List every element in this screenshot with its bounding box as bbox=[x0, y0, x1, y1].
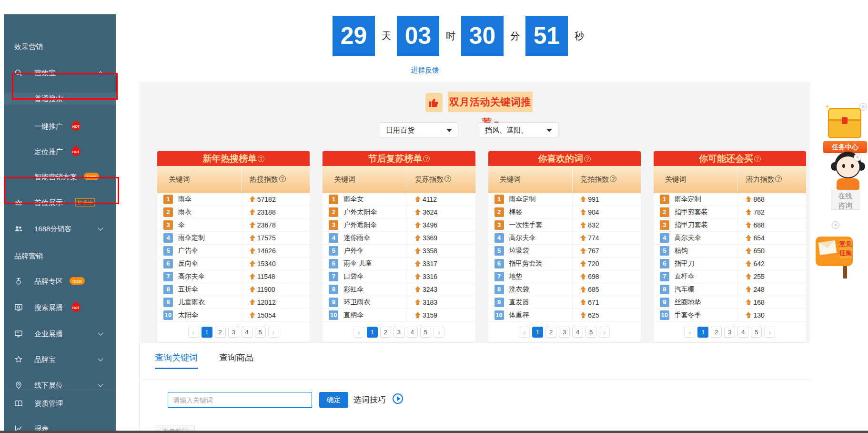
keyword-cell[interactable]: 1 雨伞女 bbox=[323, 193, 407, 206]
keyword-cell[interactable]: 8 洗衣袋 bbox=[488, 283, 573, 296]
pagination-prev[interactable]: ‹ bbox=[519, 327, 530, 338]
keyword-cell[interactable]: 2 棉签 bbox=[488, 206, 573, 218]
pagination-next[interactable]: › bbox=[268, 327, 279, 338]
help-icon[interactable]: ? bbox=[258, 155, 264, 162]
help-icon[interactable]: ? bbox=[279, 175, 286, 182]
pagination-page[interactable]: 3 bbox=[724, 327, 735, 338]
keyword-cell[interactable]: 10 太阳伞 bbox=[157, 309, 242, 321]
pagination-page[interactable]: 1 bbox=[697, 327, 708, 338]
pagination-page[interactable]: 5 bbox=[420, 327, 431, 338]
sidebar-item-sousuo-zhanbo[interactable]: 搜索展播 HOT bbox=[4, 301, 116, 314]
keyword-cell[interactable]: 8 五折伞 bbox=[157, 283, 242, 296]
keyword-cell[interactable]: 4 雨伞定制 bbox=[157, 232, 242, 244]
pagination-page[interactable]: 1 bbox=[202, 327, 212, 338]
help-icon[interactable]: ? bbox=[610, 175, 616, 182]
keyword-cell[interactable]: 5 垃圾袋 bbox=[488, 245, 573, 257]
pagination-next[interactable]: › bbox=[434, 327, 444, 338]
keyword-cell[interactable]: 8 彩虹伞 bbox=[323, 283, 407, 296]
help-icon[interactable]: ? bbox=[584, 155, 591, 162]
help-icon[interactable]: ? bbox=[754, 155, 761, 162]
keyword-cell[interactable]: 9 儿童雨衣 bbox=[157, 296, 242, 309]
keyword-cell[interactable]: 6 反向伞 bbox=[157, 258, 242, 270]
pagination-page[interactable]: 5 bbox=[585, 327, 596, 338]
group-feedback-link[interactable]: 进群反馈 bbox=[411, 66, 439, 75]
keyword-cell[interactable]: 4 迷你雨伞 bbox=[323, 232, 407, 244]
tab-query-keyword[interactable]: 查询关键词 bbox=[155, 352, 198, 363]
keyword-search-input[interactable] bbox=[168, 392, 312, 408]
pagination-page[interactable]: 3 bbox=[559, 327, 570, 338]
keyword-cell[interactable]: 8 汽车棚 bbox=[654, 283, 738, 296]
suggestion-mailbox[interactable]: 意见 征集 bbox=[816, 232, 856, 279]
close-icon[interactable] bbox=[859, 103, 867, 111]
treasure-chest-icon[interactable]: ✦ bbox=[827, 105, 862, 140]
keyword-cell[interactable]: 5 粘钩 bbox=[654, 245, 738, 257]
keyword-cell[interactable]: 1 雨伞定制 bbox=[488, 193, 573, 206]
tab-query-product[interactable]: 查询商品 bbox=[219, 352, 253, 363]
sidebar-item-pinpai-zhuanqu[interactable]: 品牌专区 new bbox=[4, 275, 116, 288]
pagination-next[interactable]: › bbox=[599, 327, 610, 338]
keyword-cell[interactable]: 5 广告伞 bbox=[157, 245, 242, 257]
sidebar-item-pinpaibao[interactable]: 品牌宝 bbox=[4, 353, 116, 366]
pagination-page[interactable]: 4 bbox=[242, 327, 252, 338]
pagination-page[interactable]: 2 bbox=[380, 327, 391, 338]
keyword-cell[interactable]: 1 雨伞 bbox=[157, 193, 242, 206]
keyword-cell[interactable]: 10 手套冬季 bbox=[654, 309, 738, 321]
help-icon[interactable]: ? bbox=[423, 155, 430, 162]
keyword-cell[interactable]: 2 指甲剪套装 bbox=[654, 206, 738, 218]
pagination-page[interactable]: 2 bbox=[545, 327, 556, 338]
sidebar-item-yijian-tuiguang[interactable]: 一键推广 HOT bbox=[4, 120, 116, 133]
category-dropdown[interactable]: 日用百货 bbox=[379, 123, 458, 137]
pagination-prev[interactable]: ‹ bbox=[353, 327, 364, 338]
pagination-page[interactable]: 1 bbox=[367, 327, 378, 338]
confirm-button[interactable]: 确定 bbox=[319, 392, 348, 408]
keyword-cell[interactable]: 9 环卫雨衣 bbox=[323, 296, 407, 309]
keyword-cell[interactable]: 1 雨伞定制 bbox=[654, 193, 738, 206]
keyword-cell[interactable]: 9 丝圈地垫 bbox=[654, 296, 738, 309]
keyword-cell[interactable]: 7 高尔夫伞 bbox=[157, 270, 242, 283]
keyword-cell[interactable]: 6 雨伞 儿童 bbox=[323, 258, 407, 270]
sidebar-item-dingwei-tuiguang[interactable]: 定位推广 HOT bbox=[4, 145, 116, 158]
close-icon[interactable] bbox=[832, 221, 839, 229]
pagination-page[interactable]: 4 bbox=[572, 327, 583, 338]
keyword-cell[interactable]: 9 直发器 bbox=[488, 296, 573, 309]
word-tips-link[interactable]: 选词技巧 bbox=[353, 394, 386, 405]
keyword-cell[interactable]: 7 直杆伞 bbox=[654, 270, 738, 283]
keyword-cell[interactable]: 10 直柄伞 bbox=[323, 309, 407, 321]
promo-title-banner[interactable]: 双月活动关键词推荐 bbox=[448, 92, 533, 112]
help-icon[interactable]: ? bbox=[444, 175, 451, 182]
keyword-cell[interactable]: 4 高尔夫伞 bbox=[654, 232, 738, 244]
keyword-cell[interactable]: 6 指甲刀 bbox=[654, 258, 738, 270]
subcategory-dropdown[interactable]: 挡风、遮阳、 bbox=[478, 123, 558, 137]
keyword-cell[interactable]: 3 一次性手套 bbox=[488, 219, 573, 231]
keyword-cell[interactable]: 2 雨衣 bbox=[157, 206, 242, 218]
pagination-page[interactable]: 5 bbox=[751, 327, 762, 338]
keyword-cell[interactable]: 7 地垫 bbox=[488, 270, 573, 283]
pagination-page[interactable]: 2 bbox=[215, 327, 226, 338]
pagination-page[interactable]: 3 bbox=[228, 327, 239, 338]
sidebar-item-1688-fenxiaoke[interactable]: 1688分销客 bbox=[4, 223, 116, 235]
sidebar-item-qiye-zhanbo[interactable]: 企业展播 bbox=[4, 328, 116, 340]
play-video-icon[interactable] bbox=[393, 393, 403, 404]
pagination-page[interactable]: 4 bbox=[737, 327, 748, 338]
pagination-prev[interactable]: ‹ bbox=[684, 327, 695, 338]
pagination-next[interactable]: › bbox=[764, 327, 775, 338]
keyword-cell[interactable]: 10 体重秤 bbox=[488, 309, 573, 321]
pagination-page[interactable]: 3 bbox=[394, 327, 404, 338]
help-icon[interactable]: ? bbox=[775, 175, 782, 182]
online-consult-button[interactable]: 在线 咨询 bbox=[831, 190, 859, 210]
keyword-cell[interactable]: 3 户外遮阳伞 bbox=[323, 219, 407, 231]
pagination-page[interactable]: 4 bbox=[407, 327, 418, 338]
keyword-cell[interactable]: 3 伞 bbox=[157, 219, 242, 231]
close-icon[interactable] bbox=[854, 154, 861, 161]
keyword-cell[interactable]: 6 指甲剪套装 bbox=[488, 258, 573, 270]
keyword-cell[interactable]: 4 高尔夫伞 bbox=[488, 232, 573, 244]
pagination-page[interactable]: 1 bbox=[532, 327, 543, 338]
pagination-page[interactable]: 2 bbox=[711, 327, 722, 338]
pagination-page[interactable]: 5 bbox=[255, 327, 266, 338]
keyword-cell[interactable]: 2 户外太阳伞 bbox=[323, 206, 407, 218]
keyword-cell[interactable]: 3 指甲刀套装 bbox=[654, 219, 738, 231]
keyword-cell[interactable]: 5 户外伞 bbox=[323, 245, 407, 257]
pagination-prev[interactable]: ‹ bbox=[188, 327, 199, 338]
sidebar-item-zizhi-guanli[interactable]: 资质管理 bbox=[4, 397, 116, 410]
keyword-cell[interactable]: 7 口袋伞 bbox=[323, 270, 407, 283]
